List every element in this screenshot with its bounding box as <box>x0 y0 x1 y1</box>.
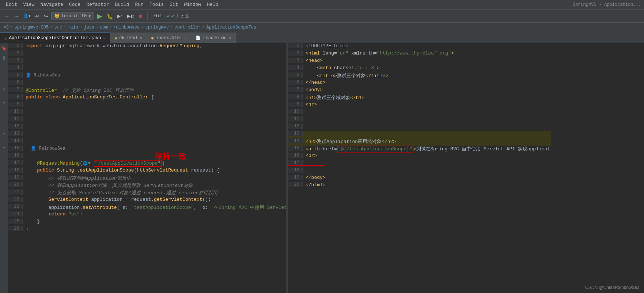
code-line: 3 <box>8 58 286 65</box>
anchor-line: 15 <a th:href="@{/testApplicationScope}"… <box>288 146 551 153</box>
menu-run[interactable]: Run <box>132 1 147 8</box>
stop-button[interactable]: ■ <box>137 12 144 20</box>
menu-build[interactable]: Build <box>112 1 132 8</box>
breadcrumb-vc[interactable]: VC <box>4 25 9 30</box>
code-line: 6 </head> <box>288 80 551 87</box>
chevron-down-icon: ▾ <box>88 13 91 19</box>
code-line: 20 // 获取application对象，其实就是获取 ServLetCont… <box>8 182 286 189</box>
code-line: 11 <box>8 116 286 124</box>
code-line: 4 <meta charset="UTF-8"> <box>288 65 551 72</box>
main-area: 🔖 @ ⌃ ⌄ ⌃ ⌄ 1 import org.springframework… <box>0 43 644 293</box>
breadcrumb-com[interactable]: com <box>100 25 108 30</box>
left-sidebar: 🔖 @ ⌃ ⌄ ⌃ ⌄ <box>0 43 8 293</box>
redo-button[interactable]: ↪ <box>42 12 50 20</box>
unfold-icon[interactable]: ⌄ <box>2 98 5 105</box>
back-button[interactable]: ← <box>3 12 11 20</box>
code-line: 2 <box>8 50 286 58</box>
tab-ok-html-close[interactable]: ✕ <box>140 36 142 40</box>
code-line: 19 // 将数据存储到application域当中 <box>8 175 286 182</box>
breadcrumb-controller[interactable]: controller <box>174 25 201 30</box>
tab-readme-label: readme.md <box>203 35 227 41</box>
code-line: 4 <box>8 65 286 72</box>
recent-files-button[interactable]: 👤▾ <box>22 13 32 19</box>
tab-readme[interactable]: 📄 readme.md ✕ <box>191 33 236 43</box>
h2-line: 14 <h2>测试Application应用域对象</h2> <box>288 138 551 146</box>
menu-refactor[interactable]: Refactor <box>83 1 112 8</box>
tab-readme-close[interactable]: ✕ <box>229 36 231 40</box>
breadcrumb-rainbowsea[interactable]: rainbowsea <box>113 25 140 30</box>
tab-java-close[interactable]: ✕ <box>103 36 106 40</box>
menu-edit[interactable]: Edit <box>3 1 20 8</box>
code-line: 18 public String testApplicationScope(Ht… <box>8 168 286 175</box>
breadcrumb-class[interactable]: ApplicationScopeTes <box>207 25 257 30</box>
code-line: 24 return "ok"; <box>8 211 286 219</box>
git-arrow-up-icon: ↑ <box>176 13 179 19</box>
code-line: 13 <box>8 131 286 138</box>
code-line: 10 <box>288 109 551 116</box>
undo-button[interactable]: ↩ <box>34 12 41 20</box>
forward-button[interactable]: → <box>12 12 20 20</box>
profile-button[interactable]: ▶◐ <box>126 13 136 19</box>
run-button[interactable]: ▶ <box>96 11 104 21</box>
fold-icon2[interactable]: ⌃ <box>2 132 5 138</box>
breadcrumb: VC › springmvc-005 › src › main › java ›… <box>0 23 644 32</box>
right-code-content[interactable]: 1 <!DOCTYPE html> 2 <html lang="en" xmln… <box>288 43 551 293</box>
ok-html-icon: ◉ <box>115 35 117 40</box>
tomcat-icon: 🐱 <box>54 14 60 18</box>
code-line: 19 </body> <box>288 175 551 182</box>
app-title: SpringMVC - Application... <box>573 2 641 7</box>
git-timer-icon: ↺ <box>181 13 183 19</box>
git-section: Git: ✔ ✔ ↑ ↺ 文 <box>154 13 190 19</box>
breadcrumb-springmvc[interactable]: springmvc <box>145 25 169 30</box>
code-line: 5 👤 RainbowSea <box>8 72 286 80</box>
menu-git[interactable]: Git <box>167 1 181 8</box>
code-line: 12 <box>8 124 286 131</box>
breadcrumb-java[interactable]: java <box>84 25 94 30</box>
tab-ok-html[interactable]: ◉ ok.html ✕ <box>110 33 147 43</box>
menu-help[interactable]: Help <box>204 1 221 8</box>
tab-index-html[interactable]: ◉ index.html ✕ <box>147 33 192 43</box>
menu-window[interactable]: Window <box>181 1 204 8</box>
code-line: 6 <box>8 80 286 87</box>
toolbar-separator <box>147 12 148 20</box>
menu-tools[interactable]: Tools <box>147 1 167 8</box>
watermark: CSDN @ChinaRainbowSea <box>585 285 640 290</box>
menu-code[interactable]: Code <box>66 1 83 8</box>
code-line: 10 <box>8 109 286 116</box>
tab-ok-html-label: ok.html <box>119 35 137 41</box>
bookmark-icon[interactable]: 🔖 <box>0 46 8 51</box>
index-html-icon: ◉ <box>151 35 154 40</box>
unfold-icon2[interactable]: ⌄ <box>2 143 5 149</box>
debug-button[interactable]: 🐛 <box>105 12 114 20</box>
code-line: 16 <box>8 153 286 160</box>
breadcrumb-main[interactable]: main <box>68 25 78 30</box>
code-line: 11 <box>288 116 551 124</box>
code-line: 21 // 怎么获取 ServLetContext对象/通过 request,通… <box>8 189 286 197</box>
code-line: 9 <box>8 102 286 109</box>
tab-java[interactable]: ☕ ApplicationScopeTestController.java ✕ <box>0 33 110 43</box>
menu-navigate[interactable]: Navigate <box>37 1 66 8</box>
code-line: 16 <br> <box>288 153 551 160</box>
run-coverage-button[interactable]: ▶↑ <box>116 13 124 19</box>
left-code-content[interactable]: 1 import org.springframework.web.bind.an… <box>8 43 286 293</box>
tab-index-html-label: index.html <box>156 35 182 41</box>
tab-index-html-close[interactable]: ✕ <box>184 36 186 40</box>
breadcrumb-src[interactable]: src <box>54 25 62 30</box>
code-line: 22 ServletContext application = request.… <box>8 197 286 204</box>
fold-icon[interactable]: ⌃ <box>2 87 5 93</box>
structure-icon[interactable]: @ <box>0 56 8 60</box>
git-check-icon: ✔ <box>167 13 170 19</box>
breadcrumb-project[interactable]: springmvc-005 <box>15 25 49 30</box>
code-line: 7 <body> <box>288 87 551 94</box>
menu-view[interactable]: View <box>20 1 37 8</box>
code-line: 15 👤 RainbowSea <box>8 146 286 153</box>
code-line: 5 <title>测试三个对象</title> <box>288 72 551 80</box>
tomcat-label: Tomcat 10 <box>61 13 87 19</box>
code-line: 13 <box>288 131 551 138</box>
code-line: 7 @Controller // 交给 Spring IOC 容器管理 <box>8 87 286 94</box>
tomcat-selector[interactable]: 🐱 Tomcat 10 ▾ <box>51 12 94 20</box>
code-line: 12 <box>288 124 551 131</box>
code-line: 9 <hr> <box>288 102 551 109</box>
code-line: 23 application.setAttribute( s: "testApp… <box>8 204 286 211</box>
code-line: 8 <h1>测试三个域对象</h1> <box>288 94 551 102</box>
